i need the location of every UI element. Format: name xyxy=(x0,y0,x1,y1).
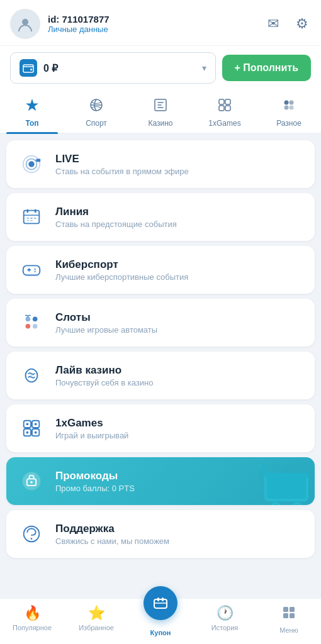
menu-item-live[interactable]: LIVE Ставь на события в прямом эфире xyxy=(6,140,315,188)
svg-rect-25 xyxy=(30,220,33,221)
svg-rect-1 xyxy=(23,65,33,72)
live-casino-subtitle: Почувствуй себя в казино xyxy=(55,378,153,387)
popular-label: Популярное xyxy=(13,624,52,631)
tab-casino[interactable]: Казино xyxy=(128,91,193,133)
svg-point-33 xyxy=(33,317,38,322)
svg-rect-59 xyxy=(283,607,288,612)
menu-item-live-casino[interactable]: Лайв казино Почувствуй себя в казино xyxy=(6,352,315,399)
svg-rect-20 xyxy=(35,209,37,213)
menu-list: LIVE Ставь на события в прямом эфире Лин… xyxy=(0,140,321,558)
tab-top-label: Топ xyxy=(25,119,38,128)
slots-subtitle: Лучшие игровые автоматы xyxy=(55,325,157,335)
svg-point-35 xyxy=(30,374,33,377)
settings-icon[interactable]: ⚙ xyxy=(293,15,311,33)
svg-rect-26 xyxy=(23,265,40,275)
mail-icon[interactable]: ✉ xyxy=(264,15,282,33)
bottom-nav-coupon[interactable]: Купон xyxy=(128,599,193,644)
favorites-icon: ⭐ xyxy=(88,605,105,621)
menu-item-line[interactable]: Линия Ставь на предстоящие события xyxy=(6,193,315,241)
svg-point-30 xyxy=(34,270,36,272)
1xgames-menu-icon xyxy=(18,414,45,442)
personal-data-link[interactable]: Личные данные xyxy=(48,25,110,34)
user-id: id: 711017877 xyxy=(48,14,110,25)
svg-point-46 xyxy=(30,481,33,484)
tab-1xgames[interactable]: 1xGames xyxy=(193,91,257,133)
svg-point-10 xyxy=(290,101,294,105)
live-casino-title: Лайв казино xyxy=(55,364,153,377)
support-icon xyxy=(18,520,45,548)
support-text: Поддержка Свяжись с нами, мы поможем xyxy=(55,523,169,546)
header-icons: ✉ ⚙ xyxy=(264,15,311,33)
svg-point-29 xyxy=(34,269,36,270)
tab-top[interactable]: Топ xyxy=(0,91,64,133)
topup-button[interactable]: + Пополнить xyxy=(222,55,311,81)
svg-point-34 xyxy=(33,324,38,329)
tab-sport-label: Спорт xyxy=(86,119,107,128)
header-left: id: 711017877 Личные данные xyxy=(10,9,110,39)
bottom-nav-history[interactable]: 🕐 История xyxy=(193,599,257,644)
bottom-nav-menu[interactable]: Меню xyxy=(257,599,321,644)
bottom-nav: 🔥 Популярное ⭐ Избранное Купон 🕐 История xyxy=(0,598,321,644)
slots-text: Слоты Лучшие игровые автоматы xyxy=(55,311,157,335)
esport-title: Киберспорт xyxy=(55,258,188,271)
esport-icon xyxy=(18,256,45,284)
1xgames-icon xyxy=(217,97,232,116)
promo-subtitle: Промо баллы: 0 PTS xyxy=(55,484,135,493)
svg-rect-58 xyxy=(162,597,164,601)
live-text: LIVE Ставь на события в прямом эфире xyxy=(55,153,189,176)
menu-item-promo[interactable]: Промокоды Промо баллы: 0 PTS xyxy=(6,457,315,505)
promo-cart-decoration xyxy=(258,464,315,505)
svg-rect-16 xyxy=(37,158,41,162)
svg-rect-17 xyxy=(35,160,37,161)
misc-icon xyxy=(281,97,296,116)
menu-icon xyxy=(281,605,296,624)
esport-text: Киберспорт Лучшие киберспортивные событи… xyxy=(55,258,188,282)
svg-rect-62 xyxy=(290,613,295,618)
menu-item-slots[interactable]: Слоты Лучшие игровые автоматы xyxy=(6,299,315,347)
menu-item-esport[interactable]: Киберспорт Лучшие киберспортивные событи… xyxy=(6,246,315,294)
svg-rect-21 xyxy=(26,218,29,219)
menu-label: Меню xyxy=(279,626,298,634)
history-label: История xyxy=(211,624,239,631)
coupon-label: Купон xyxy=(150,629,171,636)
menu-item-support[interactable]: Поддержка Свяжись с нами, мы поможем xyxy=(6,510,315,558)
tab-misc[interactable]: Разное xyxy=(257,91,321,133)
bottom-nav-favorites[interactable]: ⭐ Избранное xyxy=(64,599,128,644)
1xgames-menu-text: 1xGames Играй и выигрывай xyxy=(55,417,128,440)
history-icon: 🕐 xyxy=(217,605,234,621)
coupon-bubble xyxy=(144,586,177,620)
line-text: Линия Ставь на предстоящие события xyxy=(55,206,177,229)
menu-item-1xgames[interactable]: 1xGames Играй и выигрывай xyxy=(6,404,315,452)
svg-rect-7 xyxy=(219,106,224,111)
support-subtitle: Свяжись с нами, мы поможем xyxy=(55,536,169,546)
esport-subtitle: Лучшие киберспортивные события xyxy=(55,272,188,282)
line-subtitle: Ставь на предстоящие события xyxy=(55,219,177,229)
bottom-nav-popular[interactable]: 🔥 Популярное xyxy=(0,599,64,644)
balance-select[interactable]: 0 ₽ ▾ xyxy=(10,52,216,84)
svg-rect-48 xyxy=(267,475,306,499)
line-icon xyxy=(18,203,45,231)
svg-point-32 xyxy=(26,324,31,329)
svg-point-31 xyxy=(26,317,31,322)
header: id: 711017877 Личные данные ✉ ⚙ xyxy=(0,0,321,45)
user-info: id: 711017877 Личные данные xyxy=(48,14,110,34)
svg-point-55 xyxy=(31,538,33,540)
support-title: Поддержка xyxy=(55,523,169,535)
1xgames-menu-title: 1xGames xyxy=(55,417,128,430)
svg-point-2 xyxy=(30,69,32,70)
svg-rect-5 xyxy=(219,99,224,104)
tab-sport[interactable]: Спорт xyxy=(64,91,128,133)
svg-point-15 xyxy=(28,161,34,167)
live-subtitle: Ставь на события в прямом эфире xyxy=(55,167,189,176)
balance-bar: 0 ₽ ▾ + Пополнить xyxy=(0,45,321,91)
balance-wallet-icon xyxy=(20,59,37,77)
promo-text: Промокоды Промо баллы: 0 PTS xyxy=(55,470,135,493)
svg-point-0 xyxy=(22,19,28,25)
avatar[interactable] xyxy=(10,9,40,39)
svg-rect-49 xyxy=(264,473,308,478)
casino-icon xyxy=(153,97,168,116)
popular-icon: 🔥 xyxy=(24,605,41,621)
tab-casino-label: Казино xyxy=(148,119,172,128)
live-icon xyxy=(18,150,45,178)
svg-rect-19 xyxy=(26,209,28,213)
